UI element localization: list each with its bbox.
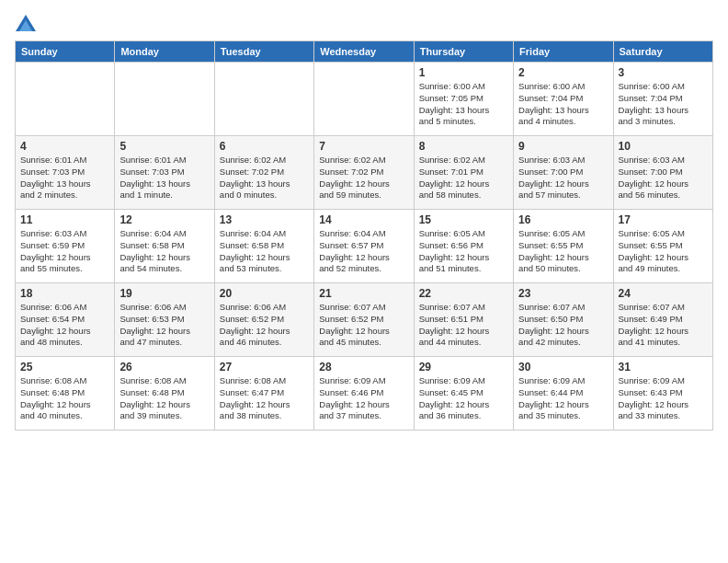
cell-info: Sunrise: 6:04 AM Sunset: 6:58 PM Dayligh… [220, 228, 309, 275]
cell-info: Sunrise: 6:02 AM Sunset: 7:01 PM Dayligh… [419, 155, 508, 201]
cell-info: Sunrise: 6:04 AM Sunset: 6:57 PM Dayligh… [319, 228, 408, 275]
week-row-3: 11Sunrise: 6:03 AM Sunset: 6:59 PM Dayli… [16, 210, 713, 283]
col-header-monday: Monday [115, 41, 214, 63]
cell-info: Sunrise: 6:01 AM Sunset: 7:03 PM Dayligh… [119, 155, 209, 201]
calendar-cell: 24Sunrise: 6:07 AM Sunset: 6:49 PM Dayli… [613, 283, 712, 357]
calendar-cell [16, 63, 115, 136]
cell-info: Sunrise: 6:09 AM Sunset: 6:46 PM Dayligh… [319, 375, 408, 422]
calendar-cell: 20Sunrise: 6:06 AM Sunset: 6:52 PM Dayli… [214, 283, 313, 357]
day-number: 15 [419, 213, 508, 226]
col-header-sunday: Sunday [16, 41, 115, 63]
calendar-cell: 2Sunrise: 6:00 AM Sunset: 7:04 PM Daylig… [514, 63, 613, 136]
cell-info: Sunrise: 6:09 AM Sunset: 6:43 PM Dayligh… [619, 375, 708, 422]
page-header [15, 15, 713, 29]
logo [15, 15, 37, 29]
cell-info: Sunrise: 6:08 AM Sunset: 6:47 PM Dayligh… [220, 375, 309, 422]
calendar-cell: 28Sunrise: 6:09 AM Sunset: 6:46 PM Dayli… [314, 357, 414, 431]
calendar-cell: 30Sunrise: 6:09 AM Sunset: 6:44 PM Dayli… [514, 357, 613, 431]
day-number: 9 [518, 140, 608, 153]
day-number: 26 [119, 361, 209, 373]
col-header-thursday: Thursday [414, 41, 513, 63]
day-number: 10 [619, 140, 708, 153]
cell-info: Sunrise: 6:07 AM Sunset: 6:52 PM Dayligh… [319, 302, 408, 349]
cell-info: Sunrise: 6:03 AM Sunset: 7:00 PM Dayligh… [518, 155, 608, 201]
calendar-cell: 4Sunrise: 6:01 AM Sunset: 7:03 PM Daylig… [16, 136, 115, 210]
calendar-cell: 11Sunrise: 6:03 AM Sunset: 6:59 PM Dayli… [16, 210, 115, 283]
calendar-cell: 14Sunrise: 6:04 AM Sunset: 6:57 PM Dayli… [314, 210, 414, 283]
day-number: 18 [20, 287, 109, 300]
day-number: 30 [518, 361, 608, 373]
day-number: 19 [119, 287, 209, 300]
day-number: 16 [518, 213, 608, 226]
calendar-cell: 8Sunrise: 6:02 AM Sunset: 7:01 PM Daylig… [414, 136, 513, 210]
calendar-cell: 18Sunrise: 6:06 AM Sunset: 6:54 PM Dayli… [16, 283, 115, 357]
calendar-body: 1Sunrise: 6:00 AM Sunset: 7:05 PM Daylig… [16, 63, 713, 431]
cell-info: Sunrise: 6:00 AM Sunset: 7:04 PM Dayligh… [619, 81, 708, 128]
calendar-cell [314, 63, 414, 136]
calendar-cell: 9Sunrise: 6:03 AM Sunset: 7:00 PM Daylig… [514, 136, 613, 210]
week-row-2: 4Sunrise: 6:01 AM Sunset: 7:03 PM Daylig… [16, 136, 713, 210]
day-number: 20 [220, 287, 309, 300]
day-number: 5 [119, 140, 209, 153]
calendar-cell: 3Sunrise: 6:00 AM Sunset: 7:04 PM Daylig… [613, 63, 712, 136]
cell-info: Sunrise: 6:05 AM Sunset: 6:55 PM Dayligh… [518, 228, 608, 275]
day-number: 21 [319, 287, 408, 300]
calendar-cell: 16Sunrise: 6:05 AM Sunset: 6:55 PM Dayli… [514, 210, 613, 283]
cell-info: Sunrise: 6:00 AM Sunset: 7:04 PM Dayligh… [518, 81, 608, 128]
day-number: 4 [20, 140, 109, 153]
day-number: 31 [619, 361, 708, 373]
day-number: 29 [419, 361, 508, 373]
cell-info: Sunrise: 6:04 AM Sunset: 6:58 PM Dayligh… [119, 228, 209, 275]
cell-info: Sunrise: 6:03 AM Sunset: 7:00 PM Dayligh… [619, 155, 708, 201]
day-number: 25 [20, 361, 109, 373]
day-number: 11 [20, 213, 109, 226]
calendar-cell: 12Sunrise: 6:04 AM Sunset: 6:58 PM Dayli… [115, 210, 214, 283]
day-number: 2 [518, 66, 608, 79]
week-row-1: 1Sunrise: 6:00 AM Sunset: 7:05 PM Daylig… [16, 63, 713, 136]
day-number: 3 [619, 66, 708, 79]
week-row-4: 18Sunrise: 6:06 AM Sunset: 6:54 PM Dayli… [16, 283, 713, 357]
cell-info: Sunrise: 6:00 AM Sunset: 7:05 PM Dayligh… [419, 81, 508, 128]
cell-info: Sunrise: 6:06 AM Sunset: 6:52 PM Dayligh… [220, 302, 309, 349]
calendar-cell: 21Sunrise: 6:07 AM Sunset: 6:52 PM Dayli… [314, 283, 414, 357]
col-header-wednesday: Wednesday [314, 41, 414, 63]
day-number: 23 [518, 287, 608, 300]
calendar-table: SundayMondayTuesdayWednesdayThursdayFrid… [15, 40, 713, 431]
day-number: 8 [419, 140, 508, 153]
day-number: 17 [619, 213, 708, 226]
calendar-cell: 15Sunrise: 6:05 AM Sunset: 6:56 PM Dayli… [414, 210, 513, 283]
calendar-header: SundayMondayTuesdayWednesdayThursdayFrid… [16, 41, 713, 63]
calendar-cell: 31Sunrise: 6:09 AM Sunset: 6:43 PM Dayli… [613, 357, 712, 431]
calendar-cell: 22Sunrise: 6:07 AM Sunset: 6:51 PM Dayli… [414, 283, 513, 357]
cell-info: Sunrise: 6:02 AM Sunset: 7:02 PM Dayligh… [220, 155, 309, 201]
cell-info: Sunrise: 6:06 AM Sunset: 6:53 PM Dayligh… [119, 302, 209, 349]
day-number: 22 [419, 287, 508, 300]
calendar-cell: 23Sunrise: 6:07 AM Sunset: 6:50 PM Dayli… [514, 283, 613, 357]
col-header-saturday: Saturday [613, 41, 712, 63]
cell-info: Sunrise: 6:08 AM Sunset: 6:48 PM Dayligh… [20, 375, 109, 422]
cell-info: Sunrise: 6:05 AM Sunset: 6:56 PM Dayligh… [419, 228, 508, 275]
day-number: 13 [220, 213, 309, 226]
calendar-cell: 5Sunrise: 6:01 AM Sunset: 7:03 PM Daylig… [115, 136, 214, 210]
calendar-cell: 17Sunrise: 6:05 AM Sunset: 6:55 PM Dayli… [613, 210, 712, 283]
logo-icon [16, 15, 36, 31]
day-number: 14 [319, 213, 408, 226]
calendar-cell: 1Sunrise: 6:00 AM Sunset: 7:05 PM Daylig… [414, 63, 513, 136]
cell-info: Sunrise: 6:01 AM Sunset: 7:03 PM Dayligh… [20, 155, 109, 201]
calendar-cell: 29Sunrise: 6:09 AM Sunset: 6:45 PM Dayli… [414, 357, 513, 431]
cell-info: Sunrise: 6:09 AM Sunset: 6:44 PM Dayligh… [518, 375, 608, 422]
day-number: 12 [119, 213, 209, 226]
calendar-cell: 19Sunrise: 6:06 AM Sunset: 6:53 PM Dayli… [115, 283, 214, 357]
week-row-5: 25Sunrise: 6:08 AM Sunset: 6:48 PM Dayli… [16, 357, 713, 431]
cell-info: Sunrise: 6:09 AM Sunset: 6:45 PM Dayligh… [419, 375, 508, 422]
day-number: 28 [319, 361, 408, 373]
calendar-cell [214, 63, 313, 136]
cell-info: Sunrise: 6:08 AM Sunset: 6:48 PM Dayligh… [119, 375, 209, 422]
calendar-cell: 25Sunrise: 6:08 AM Sunset: 6:48 PM Dayli… [16, 357, 115, 431]
calendar-cell: 10Sunrise: 6:03 AM Sunset: 7:00 PM Dayli… [613, 136, 712, 210]
col-header-tuesday: Tuesday [214, 41, 313, 63]
cell-info: Sunrise: 6:03 AM Sunset: 6:59 PM Dayligh… [20, 228, 109, 275]
cell-info: Sunrise: 6:07 AM Sunset: 6:49 PM Dayligh… [619, 302, 708, 349]
calendar-cell: 27Sunrise: 6:08 AM Sunset: 6:47 PM Dayli… [214, 357, 313, 431]
cell-info: Sunrise: 6:05 AM Sunset: 6:55 PM Dayligh… [619, 228, 708, 275]
